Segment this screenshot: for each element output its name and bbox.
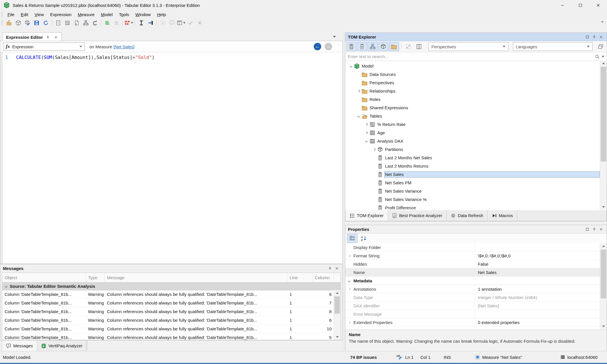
- tree-item-net-sales-pm[interactable]: Net Sales PM: [345, 179, 600, 187]
- tree-item-net-sales[interactable]: Net Sales: [345, 170, 600, 179]
- pin-icon[interactable]: [45, 34, 51, 40]
- toggle-measures-button[interactable]: [346, 42, 357, 51]
- menu-model[interactable]: Model: [98, 11, 116, 18]
- tab-expression-editor[interactable]: Expression Editor: [2, 32, 62, 41]
- chevron-right-icon[interactable]: [364, 123, 369, 125]
- tree-item-analysis-dax[interactable]: Analysis DAX: [345, 137, 600, 145]
- property-value[interactable]: Integer / Whole Number (int64): [475, 293, 607, 301]
- maximize-panel-icon[interactable]: [584, 34, 590, 40]
- tree-item-profit-difference[interactable]: Profit Difference: [345, 204, 600, 210]
- property-value[interactable]: False: [475, 260, 607, 268]
- bp-issues-button[interactable]: 74 BP issues: [350, 351, 377, 363]
- expression-type-select[interactable]: fx Expression: [3, 43, 85, 51]
- tree-item-net-sales-variance[interactable]: Net Sales Variance %: [345, 195, 600, 204]
- property-row-display-folder[interactable]: Display Folder: [345, 243, 607, 252]
- tree-item-last-2-months-net-sales[interactable]: Last 2 Months Net Sales: [345, 154, 600, 162]
- format-dax-button[interactable]: [125, 19, 133, 26]
- format-outline-button[interactable]: [103, 19, 112, 26]
- message-row[interactable]: Column 'DateTableTemplate_81b...WarningC…: [2, 333, 334, 340]
- property-row-hidden[interactable]: HiddenFalse: [345, 260, 607, 268]
- messages-scrollbar[interactable]: [334, 290, 340, 340]
- property-value[interactable]: 0 extended properties: [475, 318, 607, 326]
- tab-data-refresh[interactable]: Data Refresh: [447, 210, 487, 221]
- toggle-columns-button[interactable]: [357, 42, 367, 51]
- properties-scrollbar[interactable]: [600, 243, 607, 329]
- menubar-grip[interactable]: [1, 12, 3, 17]
- code-editor[interactable]: 1 CALCULATE(SUM(Sales[Amount]),Sales[Sta…: [0, 52, 342, 264]
- cancel-changes-button[interactable]: [195, 19, 204, 26]
- property-row-format-string[interactable]: Format String\$#,0;-\$#,0;\$#,0: [345, 252, 607, 260]
- toggle-folders-button[interactable]: [389, 42, 399, 51]
- insert-measure-button[interactable]: [137, 19, 145, 26]
- save-button[interactable]: [32, 19, 41, 26]
- message-row[interactable]: Column 'DateTableTemplate_81b...WarningC…: [2, 290, 334, 299]
- property-row-name[interactable]: NameNet Sales: [345, 268, 607, 277]
- tree-item-relationships[interactable]: Relationships: [345, 87, 600, 95]
- property-row-extended-properties[interactable]: Extended Properties0 extended properties: [345, 318, 607, 327]
- toggle-hidden-button[interactable]: [403, 42, 413, 51]
- refresh-button[interactable]: [41, 19, 50, 26]
- search-input[interactable]: Enter text to search...: [348, 54, 595, 59]
- new-dax-script-button[interactable]: [91, 19, 99, 26]
- import-table-button[interactable]: [146, 19, 155, 26]
- menu-window[interactable]: Window: [132, 11, 154, 18]
- panel-menu-icon[interactable]: [333, 36, 336, 38]
- chevron-right-icon[interactable]: [364, 132, 369, 134]
- edit-model-button[interactable]: [23, 19, 32, 26]
- tree-item-net-sales-variance[interactable]: Net Sales Variance: [345, 187, 600, 195]
- column-header-object[interactable]: Object: [2, 273, 86, 282]
- new-calculated-table-button[interactable]: [63, 19, 72, 26]
- new-page-button[interactable]: [72, 19, 81, 26]
- property-row-dax-identifier[interactable]: DAX identifier[Net Sales]: [345, 302, 607, 310]
- vertical-splitter[interactable]: [343, 32, 345, 351]
- property-row-error-message[interactable]: Error Message: [345, 310, 607, 318]
- menu-measure[interactable]: Measure: [75, 11, 98, 18]
- property-value[interactable]: Net Sales: [475, 268, 607, 276]
- new-diagram-button[interactable]: [81, 19, 90, 26]
- column-header-column[interactable]: Column: [313, 273, 334, 282]
- pin-icon[interactable]: [591, 226, 597, 232]
- tab-macros[interactable]: Macros: [488, 210, 517, 221]
- close-icon[interactable]: [334, 265, 340, 271]
- format-outline-alt-button[interactable]: [112, 19, 121, 26]
- tree-item-age[interactable]: Age: [345, 129, 600, 137]
- toggle-table-columns-button[interactable]: [414, 42, 424, 51]
- property-row-data-type[interactable]: Data TypeInteger / Whole Number (int64): [345, 293, 607, 302]
- languages-select[interactable]: Languages: [513, 42, 593, 51]
- property-value[interactable]: Measure: [475, 327, 607, 329]
- sort-alphabetical-button[interactable]: AZ: [359, 234, 369, 243]
- new-document-button[interactable]: [54, 19, 62, 26]
- property-value[interactable]: [475, 310, 607, 318]
- chevron-down-icon[interactable]: [356, 115, 361, 117]
- close-button[interactable]: [589, 0, 607, 10]
- minimize-button[interactable]: [554, 0, 571, 10]
- toolbar-grip[interactable]: [1, 20, 3, 25]
- toggle-partitions-button[interactable]: [378, 42, 388, 51]
- categorized-view-button[interactable]: [347, 234, 357, 243]
- perspectives-select[interactable]: Perspectives: [428, 42, 508, 51]
- chevron-down-icon[interactable]: [364, 140, 369, 142]
- close-icon[interactable]: [53, 34, 59, 40]
- tab-tom-explorer[interactable]: TOM Explorer: [346, 210, 388, 221]
- maximize-panel-icon[interactable]: [584, 226, 590, 232]
- accept-changes-button[interactable]: [186, 19, 195, 26]
- tree-item-shared-expressions[interactable]: Shared Expressions: [345, 104, 600, 112]
- tree-item-data-sources[interactable]: Data Sources: [345, 70, 600, 78]
- toolbar-overflow-icon[interactable]: [601, 21, 604, 23]
- property-value[interactable]: [Net Sales]: [475, 302, 607, 310]
- menu-file[interactable]: File: [4, 11, 18, 18]
- property-row-annotations[interactable]: Annotations1 annotation: [345, 285, 607, 293]
- column-header-line[interactable]: Line: [287, 273, 313, 282]
- close-icon[interactable]: [598, 34, 604, 40]
- pin-icon[interactable]: [327, 265, 333, 271]
- messages-group-row[interactable]: Source: Tabular Editor Semantic Analysis: [2, 282, 340, 290]
- chevron-right-icon[interactable]: [372, 148, 377, 150]
- chevron-right-icon[interactable]: [356, 90, 361, 92]
- chevron-right-icon[interactable]: [345, 255, 353, 257]
- tree-item-partitions[interactable]: Partitions: [345, 145, 600, 154]
- deploy-model-button[interactable]: [14, 19, 22, 26]
- tab-messages[interactable]: Messages: [2, 340, 37, 351]
- selection-frame-button[interactable]: [158, 19, 167, 26]
- tree-item-roles[interactable]: Roles: [345, 95, 600, 104]
- tab-best-practice-analyzer[interactable]: Best Practice Analyzer: [388, 210, 447, 221]
